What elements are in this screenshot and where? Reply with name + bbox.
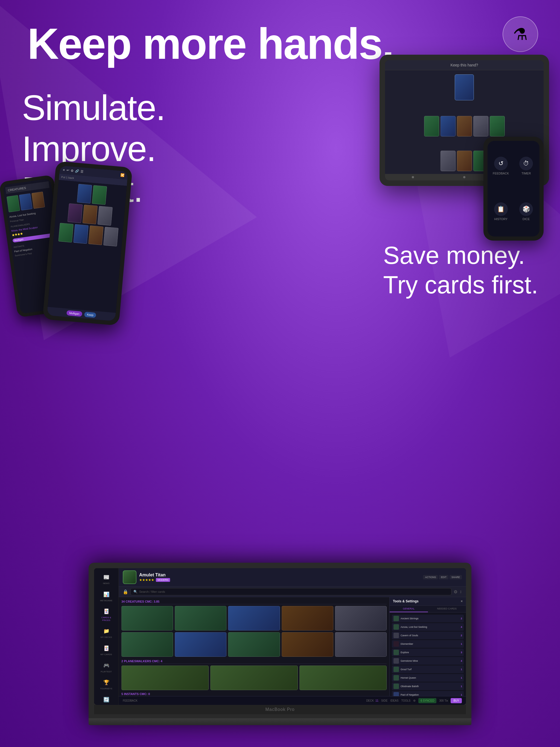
card-count: 1: [461, 668, 462, 671]
cl-content: [48, 180, 127, 313]
reset-action[interactable]: ↺ FEEDBACK: [493, 157, 509, 175]
deck-card[interactable]: [335, 606, 387, 630]
laptop-toolbar: 🔒 🔍 Search / filter cards ⚙ ↕: [119, 587, 466, 597]
sidebar-playtest-label: PLAYTEST: [101, 670, 111, 673]
sidebar-item-my-cards[interactable]: 🃏 MY CARDS: [97, 642, 115, 658]
playmat-card: [73, 224, 88, 244]
deck-info: Amulet Titan ★★★★★ MODERN: [139, 572, 420, 582]
feedback-link[interactable]: FEEDBACK: [123, 699, 137, 702]
app-logo[interactable]: ⚗: [503, 17, 538, 52]
sidebar-item-news[interactable]: 📰 NEWS: [97, 571, 115, 587]
sidebar-item-metagame[interactable]: 📊 METAGAME: [97, 588, 115, 604]
mini-card: [6, 195, 20, 212]
actions-button[interactable]: ACTIONS: [423, 575, 438, 579]
pw-card[interactable]: [299, 666, 387, 690]
playmat-card: [103, 227, 119, 247]
sidebar-news-label: NEWS: [103, 582, 110, 585]
sidebar-item-cards-prices[interactable]: 🃏 CARDS & PRICES: [97, 605, 115, 624]
deck-stars: ★★★★★: [139, 578, 154, 582]
laptop-device: 📰 NEWS 📊 METAGAME 🃏 CARDS & PRICES 📁 MY …: [88, 563, 472, 725]
list-item[interactable]: Explore 3: [392, 649, 464, 656]
dice-action[interactable]: 🎲 DICE: [519, 202, 533, 221]
list-item[interactable]: Dismember 1: [392, 640, 464, 648]
header-icons: ↩⚙🔗☰: [66, 168, 83, 173]
list-item[interactable]: Pact of Negation 1: [392, 691, 464, 696]
laptop-base: [88, 718, 472, 725]
sort-icon: ↕: [460, 589, 462, 594]
laptop-screen: 📰 NEWS 📊 METAGAME 🃏 CARDS & PRICES 📁 MY …: [94, 568, 466, 705]
card-count: 2: [461, 617, 462, 620]
pw-card[interactable]: [210, 666, 298, 690]
card-count: 1: [461, 676, 462, 679]
playmat-card: [88, 225, 103, 245]
card-count: 3: [461, 651, 462, 654]
playmat-row1: [59, 182, 124, 206]
news-icon: 📰: [102, 573, 110, 581]
card-dot: [393, 667, 399, 672]
phone-right-frame: ↺ FEEDBACK ⏱ TIMER 📋 HISTORY 🎲 DICE: [483, 137, 543, 241]
sidebar-mycards-label: MY CARDS: [100, 653, 112, 656]
card-name: Explore: [401, 651, 459, 654]
list-item[interactable]: Gemstone Mine 4: [392, 657, 464, 665]
sidebar-item-my-decks[interactable]: 📁 MY DECKS: [97, 625, 115, 641]
tablet-card: [457, 116, 472, 136]
list-item[interactable]: Cavern of Souls 2: [392, 632, 464, 639]
list-item[interactable]: Ancient Stirrings 2: [392, 615, 464, 622]
mulligan-btn[interactable]: Mulligan: [66, 310, 82, 317]
tablet-card: [440, 151, 456, 171]
laptop-body: 📰 NEWS 📊 METAGAME 🃏 CARDS & PRICES 📁 MY …: [88, 563, 472, 718]
laptop-bottom-bar: FEEDBACK DECK 11 SIDE IDEAS TOOLS ⚙ 6 SY…: [119, 696, 466, 705]
list-item[interactable]: Gruul Turf 1: [392, 666, 464, 673]
sidebar-tourneys-label: TOURNEYS: [100, 687, 112, 690]
deck-card[interactable]: [228, 606, 280, 630]
history-action[interactable]: 📋 HISTORY: [494, 202, 508, 221]
mini-card: [19, 193, 32, 210]
list-item[interactable]: Hornet Queen 1: [392, 674, 464, 681]
sidebar-item-synced[interactable]: 🔄 SYNCED: [97, 693, 115, 705]
save-money-line1: Save money.: [383, 241, 538, 270]
deck-action-buttons: ACTIONS EDIT SHARE: [423, 575, 462, 579]
ideas-label: IDEAS: [390, 699, 399, 702]
deck-card[interactable]: [282, 632, 333, 657]
tab-needed-cards[interactable]: NEEDED CARDS: [428, 606, 466, 612]
back-label: Put 1 back: [61, 176, 74, 180]
playmat-row3: [55, 223, 121, 247]
settings-icon: ⚙: [413, 699, 416, 702]
search-bar[interactable]: 🔍 Search / filter cards: [130, 588, 452, 595]
deck-card[interactable]: [335, 632, 387, 657]
sidebar-item-tourneys[interactable]: 🏆 TOURNEYS: [97, 676, 115, 692]
tablet-header: Keep this hand?: [385, 60, 543, 70]
sidebar-item-playtest[interactable]: 🎮 PLAYTEST: [97, 659, 115, 675]
tablet-nav-dot: [412, 176, 414, 178]
dice-label: DICE: [523, 217, 530, 221]
deck-card[interactable]: [228, 632, 280, 657]
share-button[interactable]: SHARE: [450, 575, 462, 579]
list-item[interactable]: Obstinate Baloth 1: [392, 682, 464, 690]
card-name: Pact of Negation: [401, 693, 459, 696]
synced-button[interactable]: 6 SYNCED: [418, 698, 436, 703]
history-label: HISTORY: [494, 217, 508, 221]
deck-card[interactable]: [282, 606, 333, 630]
deck-card[interactable]: [121, 606, 173, 630]
tab-general[interactable]: GENERAL: [390, 606, 428, 612]
header-right-icons: 🔀: [120, 173, 125, 177]
mini-card: [31, 191, 45, 209]
sidebar-metagame-label: METAGAME: [100, 599, 112, 602]
list-item[interactable]: Azusa, Lost but Seeking 4: [392, 623, 464, 631]
panel-close-button[interactable]: ×: [461, 599, 463, 603]
macbook-label: MacBook Pro: [94, 705, 466, 714]
my-cards-icon: 🃏: [102, 644, 110, 652]
edit-button[interactable]: EDIT: [439, 575, 449, 579]
card-count: 1: [461, 643, 462, 645]
buy-button[interactable]: BUY: [451, 698, 462, 703]
card-dot: [393, 675, 399, 680]
sidebar-decks-label: MY DECKS: [101, 636, 112, 639]
instants-section: 5 INSTANTS CMC: 0: [121, 692, 387, 696]
timer-action[interactable]: ⏱ TIMER: [519, 157, 533, 175]
timer-icon: ⏱: [519, 157, 533, 170]
deck-card[interactable]: [121, 632, 173, 657]
deck-card[interactable]: [175, 606, 226, 630]
keep-btn[interactable]: Keep: [84, 312, 96, 318]
deck-card[interactable]: [175, 632, 226, 657]
pw-card[interactable]: [121, 666, 209, 690]
